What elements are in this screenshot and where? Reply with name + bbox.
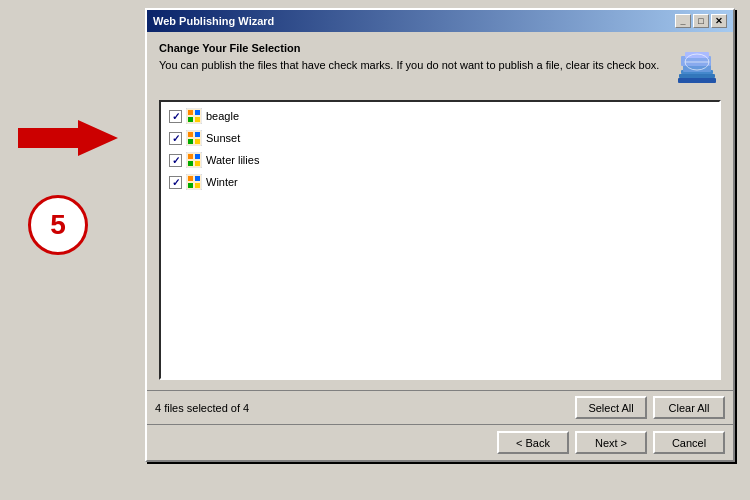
file-name-beagle: beagle [206,110,239,122]
file-icon-sunset [186,130,202,146]
cancel-button[interactable]: Cancel [653,431,725,454]
svg-rect-32 [195,183,200,188]
clear-all-button[interactable]: Clear All [653,396,725,419]
minimize-button[interactable]: _ [675,14,691,28]
maximize-button[interactable]: □ [693,14,709,28]
footer-bar: < Back Next > Cancel [147,424,733,460]
file-item-sunset: Sunset [165,128,715,148]
file-item-waterlilies: Water lilies [165,150,715,170]
select-all-button[interactable]: Select All [575,396,647,419]
file-icon-beagle [186,108,202,124]
svg-rect-8 [678,78,716,83]
dialog-content: Change Your File Selection You can publi… [147,32,733,390]
svg-rect-24 [195,154,200,159]
svg-marker-0 [18,120,118,156]
svg-rect-18 [195,132,200,137]
status-text: 4 files selected of 4 [155,402,249,414]
status-buttons: Select All Clear All [575,396,725,419]
step-number-annotation: 5 [28,195,88,255]
dialog-title: Web Publishing Wizard [153,15,274,27]
svg-rect-31 [188,183,193,188]
back-button[interactable]: < Back [497,431,569,454]
file-name-winter: Winter [206,176,238,188]
file-checkbox-beagle[interactable] [169,110,182,123]
header-text: Change Your File Selection You can publi… [159,42,665,73]
svg-rect-29 [188,176,193,181]
wizard-icon [673,42,721,90]
file-name-sunset: Sunset [206,132,240,144]
file-icon-waterlilies [186,152,202,168]
title-bar-buttons: _ □ ✕ [675,14,727,28]
svg-rect-17 [188,132,193,137]
close-button[interactable]: ✕ [711,14,727,28]
next-button[interactable]: Next > [575,431,647,454]
web-publishing-wizard-dialog: Web Publishing Wizard _ □ ✕ Change Your … [145,8,735,462]
file-name-waterlilies: Water lilies [206,154,259,166]
arrow-annotation [18,118,128,158]
file-item-winter: Winter [165,172,715,192]
svg-rect-12 [195,110,200,115]
svg-rect-13 [188,117,193,122]
svg-rect-19 [188,139,193,144]
file-list-container: beagle Sunset [159,100,721,380]
svg-rect-30 [195,176,200,181]
header-description: You can publish the files that have chec… [159,58,665,73]
svg-rect-20 [195,139,200,144]
file-checkbox-waterlilies[interactable] [169,154,182,167]
status-bar: 4 files selected of 4 Select All Clear A… [147,390,733,424]
header-area: Change Your File Selection You can publi… [159,42,721,90]
file-checkbox-winter[interactable] [169,176,182,189]
file-checkbox-sunset[interactable] [169,132,182,145]
file-item-beagle: beagle [165,106,715,126]
svg-rect-11 [188,110,193,115]
svg-rect-3 [679,74,715,78]
svg-rect-5 [685,52,709,58]
header-title: Change Your File Selection [159,42,665,54]
file-icon-winter [186,174,202,190]
title-bar: Web Publishing Wizard _ □ ✕ [147,10,733,32]
svg-rect-25 [188,161,193,166]
svg-rect-14 [195,117,200,122]
svg-rect-23 [188,154,193,159]
svg-rect-26 [195,161,200,166]
